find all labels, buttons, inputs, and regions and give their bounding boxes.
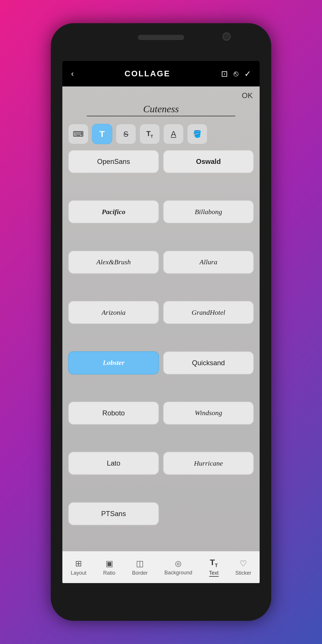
keyboard-icon: ⌨ bbox=[73, 130, 84, 139]
nav-text-label: Text bbox=[209, 570, 219, 577]
font-oswald-btn[interactable]: Oswald bbox=[163, 150, 254, 173]
image-area: OK ⌨ T S bbox=[62, 86, 260, 551]
font-color-icon: A bbox=[171, 129, 176, 139]
phone-speaker bbox=[138, 35, 184, 40]
fill-btn[interactable]: 🪣 bbox=[187, 124, 207, 144]
font-style-icon: T bbox=[100, 129, 105, 139]
font-pacifico-btn[interactable]: Pacifico bbox=[68, 200, 159, 223]
crop-icon[interactable]: ⊡ bbox=[221, 69, 228, 79]
font-windsong-btn[interactable]: Windsong bbox=[163, 401, 254, 425]
font-color-btn[interactable]: A bbox=[163, 124, 184, 144]
tool-icons-row: ⌨ T S TT A 🪣 bbox=[62, 121, 260, 147]
app-title: COLLAGE bbox=[74, 69, 221, 78]
back-button[interactable]: ‹ bbox=[71, 69, 74, 78]
layout-icon: ⊞ bbox=[75, 559, 82, 568]
font-grid: OpenSans Oswald Pacifico Billabong Alex&… bbox=[62, 147, 260, 551]
font-ptsans-btn[interactable]: PTSans bbox=[68, 502, 159, 525]
nav-background[interactable]: ◎ Background bbox=[161, 557, 196, 578]
font-style-btn[interactable]: T bbox=[92, 124, 112, 144]
phone-top-bar bbox=[51, 23, 271, 61]
text-panel: OK ⌨ T S bbox=[62, 86, 260, 551]
nav-ratio[interactable]: ▣ Ratio bbox=[100, 556, 119, 578]
ok-button[interactable]: OK bbox=[242, 91, 253, 100]
strikethrough-icon: S bbox=[123, 130, 128, 139]
bottom-nav: ⊞ Layout ▣ Ratio ◫ Border ◎ Background T… bbox=[62, 551, 260, 583]
share-icon[interactable]: ⎋ bbox=[234, 69, 238, 78]
phone-device: ‹ COLLAGE ⊡ ⎋ ✓ OK bbox=[51, 23, 271, 621]
keyboard-icon-btn[interactable]: ⌨ bbox=[68, 124, 88, 144]
fill-icon: 🪣 bbox=[193, 130, 202, 138]
ok-bar: OK bbox=[62, 86, 260, 102]
font-opensans-btn[interactable]: OpenSans bbox=[68, 150, 159, 173]
sticker-icon: ♡ bbox=[240, 559, 247, 568]
font-hurricane-btn[interactable]: Hurricane bbox=[163, 452, 254, 475]
nav-layout-label: Layout bbox=[71, 570, 86, 576]
app-header: ‹ COLLAGE ⊡ ⎋ ✓ bbox=[62, 61, 260, 86]
nav-sticker[interactable]: ♡ Sticker bbox=[232, 556, 255, 578]
nav-ratio-label: Ratio bbox=[103, 570, 115, 576]
font-roboto-btn[interactable]: Roboto bbox=[68, 401, 159, 425]
nav-border-label: Border bbox=[132, 570, 148, 576]
nav-border[interactable]: ◫ Border bbox=[129, 556, 151, 578]
font-grandhotel-btn[interactable]: GrandHotel bbox=[163, 301, 254, 324]
text-icon: TT bbox=[210, 558, 218, 568]
font-size-icon: TT bbox=[146, 130, 153, 139]
nav-sticker-label: Sticker bbox=[235, 570, 251, 576]
text-input[interactable] bbox=[87, 102, 235, 116]
check-icon[interactable]: ✓ bbox=[244, 69, 251, 79]
strikethrough-btn[interactable]: S bbox=[116, 124, 136, 144]
background-icon: ◎ bbox=[175, 559, 182, 568]
font-lato-btn[interactable]: Lato bbox=[68, 452, 159, 475]
font-quicksand-btn[interactable]: Quicksand bbox=[163, 351, 254, 375]
nav-background-label: Background bbox=[164, 570, 192, 576]
ratio-icon: ▣ bbox=[106, 559, 113, 568]
font-alexbrush-btn[interactable]: Alex&Brush bbox=[68, 251, 159, 274]
nav-layout[interactable]: ⊞ Layout bbox=[67, 556, 90, 578]
border-icon: ◫ bbox=[136, 559, 144, 568]
nav-text[interactable]: TT Text bbox=[206, 556, 222, 579]
font-lobster-btn[interactable]: Lobster bbox=[68, 351, 159, 375]
font-billabong-btn[interactable]: Billabong bbox=[163, 200, 254, 223]
font-allura-btn[interactable]: Allura bbox=[163, 251, 254, 274]
font-arizonia-btn[interactable]: Arizonia bbox=[68, 301, 159, 324]
text-input-area bbox=[62, 102, 260, 121]
font-size-btn[interactable]: TT bbox=[140, 124, 160, 144]
phone-camera bbox=[222, 32, 231, 41]
phone-screen: ‹ COLLAGE ⊡ ⎋ ✓ OK bbox=[62, 61, 260, 583]
phone-bottom-bar bbox=[51, 583, 271, 621]
